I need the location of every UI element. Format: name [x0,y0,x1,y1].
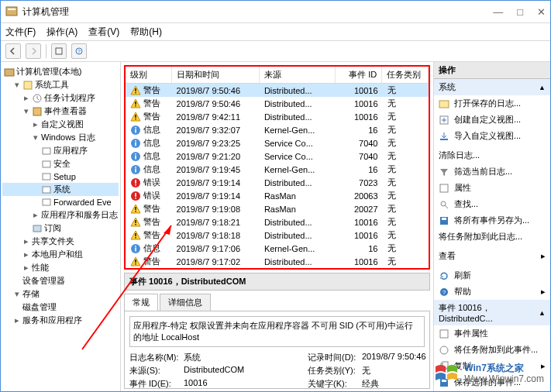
minimize-button[interactable]: ― [493,6,503,18]
tree-systools[interactable]: ▾系统工具 [2,78,119,91]
event-row[interactable]: 警告2019/8/7 9:16:46Distributed...10016无 [126,268,429,270]
svg-rect-11 [43,174,50,180]
event-row[interactable]: 警告2019/8/7 9:18:18Distributed...10016无 [126,229,429,242]
action-refresh[interactable]: 刷新 [434,267,550,284]
menu-action[interactable]: 操作(A) [46,26,77,39]
menu-help[interactable]: 帮助(H) [130,26,162,39]
watermark-line1: Win7系统之家 [464,363,544,373]
windows-logo-icon [433,360,460,387]
svg-rect-18 [135,105,136,106]
action-open-saved[interactable]: 打开保存的日志... [434,95,550,112]
tree-tasksched[interactable]: ▸任务计划程序 [2,91,119,105]
tree-devmgr[interactable]: 设备管理器 [2,274,119,287]
tree-system[interactable]: 系统 [2,183,119,196]
tree-security[interactable]: 安全 [2,157,119,170]
event-list[interactable]: 级别 日期和时间 来源 事件 ID 任务类别 警告2019/8/7 9:50:4… [124,65,430,270]
tree-services[interactable]: ▸服务和应用程序 [2,314,119,327]
svg-rect-13 [43,199,50,205]
label-keywords: 关键字(K): [308,378,362,389]
action-filter-log[interactable]: 筛选当前日志... [434,163,550,180]
svg-rect-46 [135,246,136,247]
tree-subs[interactable]: 订阅 [2,222,119,235]
svg-rect-0 [6,7,17,15]
detail-header: 事件 10016，DistributedCOM [124,273,430,291]
svg-rect-41 [135,220,136,223]
action-help[interactable]: ?帮助▸ [434,284,550,300]
event-row[interactable]: 信息2019/8/7 9:23:25Service Co...7040无 [126,136,429,150]
info-icon [130,138,141,149]
refresh-button[interactable] [51,43,67,59]
col-category[interactable]: 任务类别 [382,67,429,83]
menu-view[interactable]: 查看(V) [88,26,119,39]
action-save-all[interactable]: 将所有事件另存为... [434,212,550,229]
action-create-custom[interactable]: 创建自定义视图... [434,112,550,128]
svg-rect-15 [135,88,136,91]
back-button[interactable] [5,43,21,59]
svg-rect-49 [135,263,136,264]
action-event-props[interactable]: 事件属性 [434,325,550,342]
tree-customviews[interactable]: ▸自定义视图 [2,118,119,131]
tree-root[interactable]: 计算机管理(本地) [2,65,119,78]
event-row[interactable]: 警告2019/8/7 9:50:46Distributed...10016无 [126,84,429,97]
tab-details[interactable]: 详细信息 [160,294,211,311]
svg-rect-48 [135,260,136,263]
tree-diskmgr[interactable]: 磁盘管理 [2,301,119,314]
action-find[interactable]: 查找... [434,196,550,212]
svg-rect-20 [135,119,136,119]
event-row[interactable]: 警告2019/8/7 9:50:46Distributed...10016无 [126,97,429,110]
event-row[interactable]: 警告2019/8/7 9:18:21Distributed...10016无 [126,215,429,229]
action-properties[interactable]: 属性 [434,180,550,196]
action-attach-task[interactable]: 将任务附加到此日志... [434,229,550,245]
event-row[interactable]: 错误2019/8/7 9:19:14RasMan20063无 [126,189,429,202]
action-clear-log[interactable]: 清除日志... [434,147,550,163]
warn-icon [130,204,141,215]
tree-storage[interactable]: ▾存储 [2,287,119,301]
value-keywords: 经典 [362,378,430,389]
action-attach-task-event[interactable]: 将任务附加到此事件... [434,342,550,358]
event-row[interactable]: 警告2019/8/7 9:42:11Distributed...10016无 [126,110,429,123]
action-import-custom[interactable]: 导入自定义视图... [434,128,550,144]
tree-setup[interactable]: Setup [2,170,119,183]
svg-rect-38 [135,198,136,199]
tree-winlogs[interactable]: ▾Windows 日志 [2,131,119,144]
tree-appsvc[interactable]: ▸应用程序和服务日志 [2,208,119,222]
tree-perf[interactable]: ▸性能 [2,261,119,274]
actions-section-event[interactable]: 事件 10016，DistributedC...▲ [434,300,550,325]
event-row[interactable]: 警告2019/8/7 9:17:02Distributed...10016无 [126,255,429,268]
col-source[interactable]: 来源 [260,67,336,83]
svg-rect-23 [135,129,136,133]
app-icon [5,5,18,18]
event-row[interactable]: 警告2019/8/7 9:19:08RasMan20027无 [126,202,429,215]
actions-section-system[interactable]: 系统▲ [434,79,550,95]
event-row[interactable]: 信息2019/8/7 9:21:20Service Co...7040无 [126,150,429,163]
warn-icon [130,230,141,241]
svg-rect-44 [135,237,136,238]
tab-general[interactable]: 常规 [124,294,158,311]
error-icon [130,191,141,201]
action-view[interactable]: 查看▸ [434,248,550,264]
svg-rect-54 [439,101,449,108]
event-row[interactable]: 信息2019/8/7 9:17:06Kernel-Gen...16无 [126,242,429,255]
menu-file[interactable]: 文件(F) [5,26,36,39]
col-level[interactable]: 级别 [126,67,172,83]
forward-button[interactable] [26,43,41,59]
maximize-button[interactable]: □ [517,6,523,18]
tree-shared[interactable]: ▸共享文件夹 [2,235,119,248]
collapse-icon: ▲ [539,309,546,317]
label-category: 任务类别(Y): [308,365,362,377]
svg-rect-25 [135,140,136,142]
col-eventid[interactable]: 事件 ID [336,67,382,83]
close-button[interactable]: ✕ [537,6,546,18]
event-row[interactable]: 错误2019/8/7 9:19:14Distributed...7023无 [126,176,429,189]
tree-localusers[interactable]: ▸本地用户和组 [2,248,119,261]
event-row[interactable]: 信息2019/8/7 9:32:07Kernel-Gen...16无 [126,123,429,136]
tree-eventviewer[interactable]: ▾事件查看器 [2,105,119,118]
col-datetime[interactable]: 日期和时间 [172,67,260,83]
window-title: 计算机管理 [22,5,493,19]
nav-tree[interactable]: 计算机管理(本地) ▾系统工具 ▸任务计划程序 ▾事件查看器 ▸自定义视图 ▾W… [1,62,121,392]
tree-forwarded[interactable]: Forwarded Eve [2,196,119,208]
event-row[interactable]: 信息2019/8/7 9:19:45Kernel-Gen...16无 [126,163,429,176]
tree-app[interactable]: 应用程序 [2,144,119,157]
help-button[interactable]: ? [71,43,87,59]
event-list-header[interactable]: 级别 日期和时间 来源 事件 ID 任务类别 [126,67,429,84]
